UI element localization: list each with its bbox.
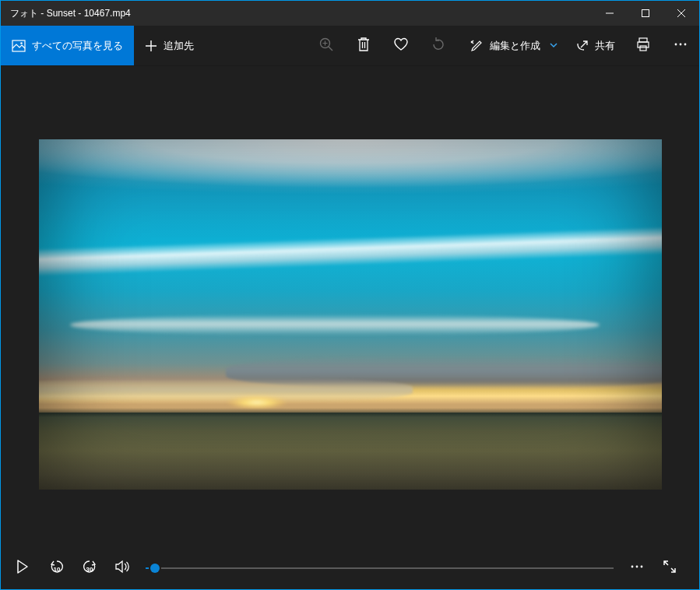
svg-point-9: [684, 44, 687, 46]
seek-slider[interactable]: [139, 551, 620, 585]
favorite-button[interactable]: [382, 26, 420, 65]
share-label: 共有: [595, 39, 615, 53]
delete-button[interactable]: [345, 26, 382, 65]
svg-point-8: [680, 44, 682, 46]
svg-point-11: [636, 566, 638, 568]
more-horizontal-icon: [674, 37, 688, 54]
volume-icon: [114, 559, 130, 578]
zoom-button[interactable]: [308, 26, 345, 65]
skip-forward-seconds: 30: [86, 566, 93, 573]
add-to-button[interactable]: 追加先: [134, 26, 205, 65]
edit-create-label: 編集と作成: [490, 39, 540, 53]
more-horizontal-icon: [630, 560, 644, 577]
chevron-down-icon: [550, 40, 558, 51]
draw-icon: [470, 39, 484, 53]
seek-thumb[interactable]: [150, 564, 160, 573]
share-button[interactable]: 共有: [565, 26, 624, 65]
print-icon: [635, 37, 651, 54]
titlebar: フォト - Sunset - 10467.mp4: [1, 1, 699, 26]
toolbar-spacer: [205, 26, 308, 65]
fullscreen-icon: [663, 560, 676, 576]
heart-icon: [393, 37, 409, 54]
svg-point-7: [675, 44, 677, 46]
play-icon: [16, 560, 29, 577]
app-window: フォト - Sunset - 10467.mp4 すべての写真を見る 追加先: [0, 0, 700, 590]
more-button[interactable]: [662, 26, 699, 65]
skip-forward-button[interactable]: 30: [74, 551, 105, 585]
svg-point-10: [631, 566, 634, 568]
fullscreen-button[interactable]: [654, 551, 685, 585]
edit-create-button[interactable]: 編集と作成: [457, 26, 565, 65]
svg-point-2: [20, 42, 23, 44]
svg-rect-5: [638, 42, 649, 47]
see-all-photos-button[interactable]: すべての写真を見る: [1, 26, 134, 65]
trash-icon: [357, 37, 371, 54]
see-all-photos-label: すべての写真を見る: [32, 39, 123, 53]
skip-back-button[interactable]: 10: [41, 551, 72, 585]
add-to-label: 追加先: [164, 39, 194, 53]
print-button[interactable]: [624, 26, 662, 65]
svg-rect-0: [642, 10, 649, 17]
svg-rect-6: [640, 46, 646, 51]
close-button[interactable]: [663, 1, 699, 26]
playback-more-button[interactable]: [621, 551, 653, 585]
seek-track: [146, 567, 614, 569]
play-button[interactable]: [5, 551, 40, 585]
svg-point-12: [641, 566, 643, 568]
svg-rect-4: [639, 38, 647, 42]
skip-back-seconds: 10: [54, 566, 61, 573]
window-title: フォト - Sunset - 10467.mp4: [1, 7, 592, 20]
plus-icon: [145, 40, 157, 52]
playback-bar: 10 30: [1, 547, 699, 589]
volume-button[interactable]: [107, 551, 138, 585]
minimize-button[interactable]: [592, 1, 628, 26]
window-controls: [592, 1, 699, 26]
video-frame[interactable]: [39, 139, 662, 490]
media-viewport: [1, 66, 699, 547]
picture-icon: [12, 39, 26, 53]
maximize-button[interactable]: [628, 1, 663, 26]
toolbar: すべての写真を見る 追加先: [1, 26, 699, 66]
rotate-button[interactable]: [420, 26, 457, 65]
share-icon: [575, 39, 589, 53]
rotate-icon: [431, 37, 446, 54]
zoom-icon: [318, 37, 334, 54]
